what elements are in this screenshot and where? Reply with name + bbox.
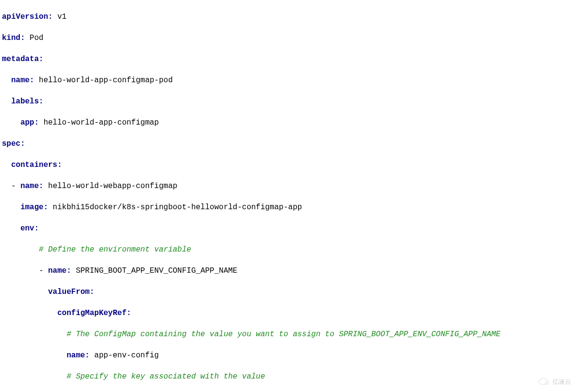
code-line: kind: Pod (2, 33, 574, 43)
code-line: env: (2, 223, 574, 234)
yaml-value: hello-world-webapp-configmap (43, 182, 177, 190)
yaml-key: containers: (11, 161, 62, 169)
yaml-key: name: (11, 76, 34, 85)
code-line: apiVersion: v1 (2, 12, 574, 22)
code-line: image: nikbhi15docker/k8s-springboot-hel… (2, 202, 574, 213)
yaml-value: SPRING_BOOT_APP_ENV_CONFIG_APP_NAME (71, 266, 238, 275)
code-line: labels: (2, 96, 574, 107)
yaml-value: v1 (53, 13, 67, 21)
code-line: # Define the environment variable (2, 244, 574, 255)
code-line: containers: (2, 160, 574, 170)
watermark: 亿速云 (538, 377, 571, 387)
code-line: # Specify the key associated with the va… (2, 371, 574, 382)
code-line: - name: SPRING_BOOT_APP_ENV_CONFIG_APP_N… (2, 266, 574, 276)
yaml-key: valueFrom: (48, 288, 94, 296)
yaml-key: configMapKeyRef: (57, 309, 131, 317)
yaml-key: kind: (2, 34, 25, 42)
code-line: name: hello-world-app-configmap-pod (2, 75, 574, 86)
yaml-comment: # The ConfigMap containing the value you… (66, 330, 501, 339)
svg-point-0 (545, 382, 547, 384)
yaml-value: hello-world-app-configmap (39, 118, 159, 127)
yaml-code-block: apiVersion: v1 kind: Pod metadata: name:… (2, 1, 574, 392)
code-line: spec: (2, 139, 574, 149)
yaml-key: name: (66, 351, 89, 360)
code-line: metadata: (2, 54, 574, 64)
yaml-key: apiVersion: (2, 13, 53, 21)
yaml-value: app-env-config (89, 351, 159, 360)
code-line: app: hello-world-app-configmap (2, 117, 574, 128)
yaml-value: Pod (25, 34, 43, 42)
yaml-comment: # Define the environment variable (39, 245, 191, 254)
yaml-comment: # Specify the key associated with the va… (66, 372, 265, 381)
yaml-key: app: (20, 118, 38, 127)
yaml-value: hello-world-app-configmap-pod (34, 76, 173, 85)
yaml-key: name: (20, 182, 43, 190)
yaml-key: spec: (2, 139, 25, 148)
yaml-key: labels: (11, 97, 43, 106)
code-line: configMapKeyRef: (2, 308, 574, 318)
yaml-value: nikbhi15docker/k8s-springboot-helloworld… (48, 203, 302, 212)
yaml-key: env: (20, 224, 38, 233)
code-line: # The ConfigMap containing the value you… (2, 329, 574, 340)
code-line: - name: hello-world-webapp-configmap (2, 181, 574, 191)
yaml-key: image: (20, 203, 48, 212)
cloud-icon (538, 378, 551, 386)
code-line: name: app-env-config (2, 350, 574, 361)
watermark-text: 亿速云 (552, 377, 571, 387)
yaml-key: name: (48, 266, 71, 275)
yaml-key: metadata: (2, 55, 43, 63)
code-line: valueFrom: (2, 287, 574, 297)
